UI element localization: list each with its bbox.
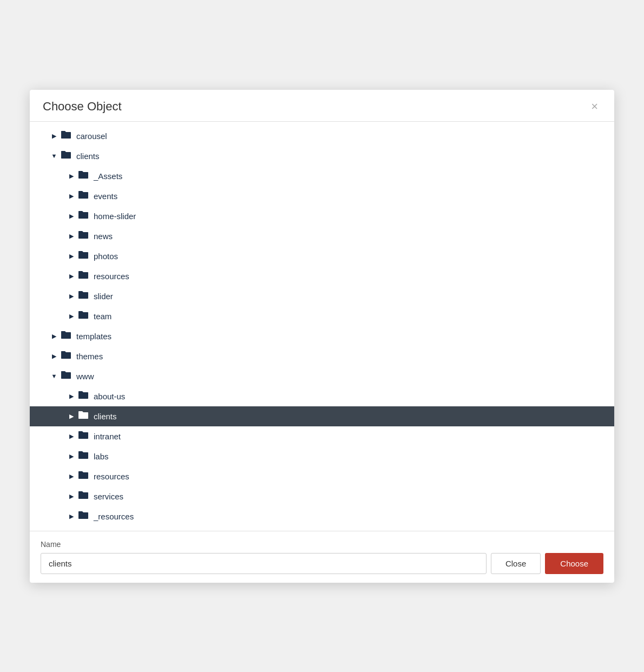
- chevron-icon: ▶: [67, 431, 76, 441]
- modal-footer: Name Close Choose: [30, 531, 614, 583]
- folder-icon: [77, 450, 89, 463]
- tree-item-home-slider[interactable]: ▶ home-slider: [30, 206, 614, 226]
- tree-item-events[interactable]: ▶ events: [30, 186, 614, 206]
- tree-item-_resources[interactable]: ▶ _resources: [30, 506, 614, 526]
- tree-item-label: services: [94, 492, 123, 501]
- tree-item-intranet[interactable]: ▶ intranet: [30, 426, 614, 446]
- chevron-icon: ▶: [67, 511, 76, 521]
- tree-item-news[interactable]: ▶ news: [30, 226, 614, 246]
- tree-item-slider[interactable]: ▶ slider: [30, 286, 614, 306]
- tree-item-label: www: [76, 372, 94, 381]
- tree-item-resources-www[interactable]: ▶ resources: [30, 466, 614, 486]
- tree-item-label: photos: [94, 252, 118, 261]
- chevron-icon: ▶: [67, 451, 76, 461]
- folder-icon: [60, 150, 72, 162]
- chevron-icon: ▶: [67, 391, 76, 401]
- folder-icon: [77, 250, 89, 262]
- tree-item-label: slider: [94, 292, 113, 301]
- chevron-icon: ▼: [49, 371, 59, 381]
- folder-icon: [77, 390, 89, 403]
- tree-item-resources-clients[interactable]: ▶ resources: [30, 266, 614, 286]
- name-label: Name: [41, 540, 603, 549]
- tree-item-www[interactable]: ▼ www: [30, 366, 614, 386]
- close-button[interactable]: Close: [491, 553, 541, 574]
- tree-item-label: news: [94, 232, 113, 241]
- tree-item-templates[interactable]: ▶ templates: [30, 326, 614, 346]
- folder-icon: [77, 510, 89, 523]
- tree-item-label: labs: [94, 452, 109, 461]
- chevron-icon: ▶: [67, 491, 76, 501]
- chevron-icon: ▼: [49, 151, 59, 161]
- folder-icon: [60, 130, 72, 142]
- chevron-icon: ▶: [49, 131, 59, 141]
- folder-icon: [77, 190, 89, 202]
- tree-container: ▶ carousel▼ clients▶ _Assets▶ events▶ ho…: [30, 122, 614, 531]
- tree-item-label: _resources: [94, 512, 134, 521]
- tree-item-labs[interactable]: ▶ labs: [30, 446, 614, 466]
- folder-icon: [77, 310, 89, 322]
- tree-item-label: themes: [76, 352, 103, 361]
- tree-item-label: home-slider: [94, 212, 136, 221]
- folder-icon: [60, 330, 72, 342]
- tree-item-clients[interactable]: ▼ clients: [30, 146, 614, 166]
- folder-icon: [77, 290, 89, 302]
- chevron-icon: ▶: [67, 171, 76, 181]
- modal-title: Choose Object: [43, 100, 122, 114]
- folder-icon: [77, 410, 89, 423]
- folder-icon: [77, 230, 89, 242]
- modal-header: Choose Object ×: [30, 90, 614, 122]
- chevron-icon: ▶: [67, 211, 76, 221]
- choose-object-modal: Choose Object × ▶ carousel▼ clients▶ _As…: [30, 90, 614, 583]
- folder-icon: [77, 490, 89, 503]
- tree-item-label: resources: [94, 472, 129, 481]
- folder-icon: [77, 430, 89, 443]
- tree-item-about-us[interactable]: ▶ about-us: [30, 386, 614, 406]
- tree-item-_Assets[interactable]: ▶ _Assets: [30, 166, 614, 186]
- chevron-icon: ▶: [67, 271, 76, 281]
- chevron-icon: ▶: [67, 311, 76, 321]
- footer-controls: Close Choose: [41, 553, 603, 574]
- tree-item-services[interactable]: ▶ services: [30, 486, 614, 506]
- chevron-icon: ▶: [67, 191, 76, 201]
- tree-item-label: events: [94, 192, 117, 201]
- chevron-icon: ▶: [67, 411, 76, 421]
- folder-icon: [77, 210, 89, 222]
- tree-item-team[interactable]: ▶ team: [30, 306, 614, 326]
- close-icon[interactable]: ×: [588, 100, 601, 114]
- chevron-icon: ▶: [67, 471, 76, 481]
- tree-item-label: templates: [76, 332, 111, 341]
- tree-item-label: intranet: [94, 432, 121, 441]
- folder-icon: [77, 470, 89, 483]
- name-input[interactable]: [41, 553, 487, 574]
- tree-item-www-clients[interactable]: ▶ clients: [30, 406, 614, 426]
- tree-item-photos[interactable]: ▶ photos: [30, 246, 614, 266]
- chevron-icon: ▶: [67, 291, 76, 301]
- tree-item-label: team: [94, 312, 111, 321]
- tree-item-label: resources: [94, 272, 129, 281]
- tree-item-carousel[interactable]: ▶ carousel: [30, 126, 614, 146]
- tree-item-label: carousel: [76, 131, 107, 141]
- tree-item-label: clients: [94, 412, 117, 421]
- tree-item-label: about-us: [94, 392, 125, 401]
- tree-item-themes[interactable]: ▶ themes: [30, 346, 614, 366]
- tree-item-label: clients: [76, 151, 100, 161]
- chevron-icon: ▶: [67, 231, 76, 241]
- folder-icon: [60, 350, 72, 363]
- chevron-icon: ▶: [67, 251, 76, 261]
- choose-button[interactable]: Choose: [545, 553, 603, 574]
- folder-icon: [77, 270, 89, 282]
- chevron-icon: ▶: [49, 331, 59, 341]
- folder-icon: [60, 370, 72, 383]
- chevron-icon: ▶: [49, 351, 59, 361]
- tree-item-label: _Assets: [94, 172, 122, 181]
- folder-icon: [77, 170, 89, 182]
